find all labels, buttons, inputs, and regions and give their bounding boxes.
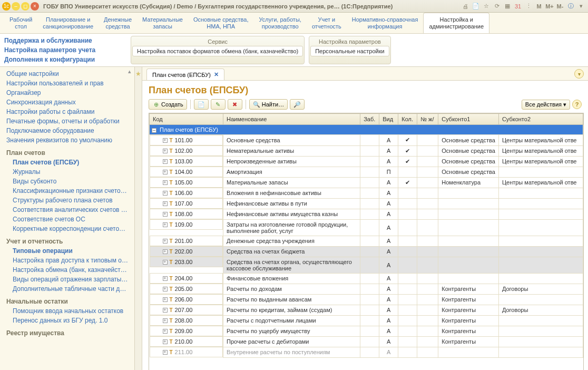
minimize-icon[interactable]: – bbox=[12, 2, 20, 11]
expand-icon[interactable]: + bbox=[163, 308, 168, 313]
sidebar-item[interactable]: Типовые операции bbox=[6, 246, 134, 256]
maximize-icon[interactable]: ◻ bbox=[21, 2, 30, 11]
table-row[interactable]: + T 204.00Финансовые вложенияА bbox=[150, 273, 583, 284]
nav-tab[interactable]: Материальныезапасы bbox=[137, 13, 188, 33]
column-header[interactable]: Код bbox=[150, 114, 223, 125]
star-icon[interactable]: ☆ bbox=[482, 2, 491, 11]
column-header[interactable]: Субконто2 bbox=[498, 114, 583, 125]
table-row[interactable]: + T 210.00Прочие расчеты с дебиторамиАКо… bbox=[150, 336, 583, 347]
support-link[interactable]: Поддержка и обслуживание bbox=[4, 36, 131, 45]
expand-icon[interactable]: + bbox=[163, 297, 168, 302]
doc-icon[interactable]: 📄 bbox=[471, 2, 481, 11]
nav-tab[interactable]: Основные средства,НМА, НПА bbox=[188, 13, 254, 33]
nav-tab[interactable]: Денежныесредства bbox=[99, 13, 137, 33]
scroll-up-icon[interactable]: ▴ bbox=[126, 68, 133, 75]
table-row[interactable]: + T 207.00Расчеты по кредитам, займам (с… bbox=[150, 305, 583, 315]
sidebar-item[interactable]: Классификационные признаки счето… bbox=[6, 186, 134, 196]
nav-tab[interactable]: Услуги, работы,производство bbox=[254, 13, 307, 33]
expand-icon[interactable]: + bbox=[163, 212, 168, 217]
sidebar-item[interactable]: Журналы bbox=[6, 167, 134, 177]
history-icon[interactable]: ⟳ bbox=[492, 2, 502, 11]
sidebar-item[interactable]: Значения реквизитов по умолчанию bbox=[6, 135, 134, 145]
print-icon[interactable]: 🖨 bbox=[460, 2, 470, 11]
m-button[interactable]: M bbox=[534, 2, 544, 11]
table-row[interactable]: + T 102.00Нематериальные активыА✔Основны… bbox=[150, 145, 583, 156]
expand-icon[interactable]: + bbox=[163, 329, 168, 334]
expand-icon[interactable]: + bbox=[163, 339, 168, 344]
ribbon-item[interactable]: Настройка поставок форматов обмена (банк… bbox=[132, 46, 303, 56]
clear-find-button[interactable]: 🔎 bbox=[290, 99, 305, 110]
settings-link[interactable]: Настройка параметров учета bbox=[4, 45, 131, 55]
sidebar-item[interactable]: Корректные корреспонденции счетов… bbox=[6, 224, 134, 233]
table-row[interactable]: + T 203.00Средства на счетах органа, осу… bbox=[150, 257, 583, 273]
sidebar-item[interactable]: Перенос данных из БГУ ред. 1.0 bbox=[6, 316, 134, 325]
star-icon[interactable]: ★ bbox=[135, 67, 142, 77]
sidebar-item[interactable]: Подключаемое оборудование bbox=[6, 126, 134, 135]
dropdown-icon[interactable]: ▾ bbox=[576, 2, 586, 11]
column-header[interactable]: Вид bbox=[379, 114, 398, 125]
expand-icon[interactable]: + bbox=[163, 260, 168, 265]
expand-icon[interactable]: + bbox=[163, 222, 168, 227]
expand-icon[interactable]: + bbox=[163, 318, 168, 323]
sidebar-item[interactable]: Настройки пользователей и прав bbox=[6, 79, 134, 88]
table-row[interactable]: + T 206.00Расчеты по выданным авансамАКо… bbox=[150, 294, 583, 305]
sidebar-item[interactable]: Помощник ввода начальных остатков bbox=[6, 306, 134, 316]
table-row[interactable]: + T 201.00Денежные средства учрежденияА bbox=[150, 236, 583, 246]
sidebar-item[interactable]: Соответствие счетов ОС bbox=[6, 215, 134, 224]
expand-icon[interactable]: + bbox=[163, 249, 168, 254]
more-icon[interactable]: ⋮ bbox=[524, 2, 533, 11]
expand-icon[interactable]: + bbox=[163, 287, 168, 291]
nav-tab[interactable]: Нормативно-справочнаяинформация bbox=[347, 13, 424, 33]
sidebar-item[interactable]: Виды операций отражения зарплаты … bbox=[6, 275, 134, 284]
table-row[interactable]: + T 105.00Материальные запасыА✔Номенклат… bbox=[150, 177, 583, 188]
sidebar-item[interactable]: План счетов (ЕПСБУ) bbox=[6, 158, 134, 167]
table-row[interactable]: + T 104.00АмортизацияПОсновные средства bbox=[150, 167, 583, 177]
tab-close-icon[interactable]: ✕ bbox=[214, 71, 219, 78]
sidebar-item[interactable]: Печатные формы, отчеты и обработки bbox=[6, 116, 134, 126]
ribbon-item[interactable]: Персональные настройки bbox=[310, 46, 389, 56]
sidebar-item[interactable]: Органайзер bbox=[6, 88, 134, 98]
nav-tab[interactable]: Настройка иадминистрирование bbox=[423, 13, 489, 33]
sidebar-item[interactable]: Виды субконто bbox=[6, 177, 134, 186]
table-row[interactable]: + T 109.00Затраты на изготовление готово… bbox=[150, 219, 583, 236]
column-header[interactable]: № ж/ bbox=[417, 114, 438, 125]
grid[interactable]: КодНаименованиеЗаб.ВидКол.№ ж/Субконто1С… bbox=[149, 113, 584, 370]
content-tab[interactable]: План счетов (ЕПСБУ) ✕ bbox=[146, 69, 224, 80]
column-header[interactable]: Кол. bbox=[398, 114, 417, 125]
expand-icon[interactable]: + bbox=[163, 159, 168, 164]
table-row[interactable]: + T 202.00Средства на счетах бюджетаА bbox=[150, 246, 583, 257]
expand-icon[interactable]: + bbox=[163, 170, 168, 174]
expand-icon[interactable]: + bbox=[163, 149, 168, 153]
nav-tab[interactable]: Учет иотчетность bbox=[307, 13, 347, 33]
table-row[interactable]: + T 108.00Нефинансовые активы имущества … bbox=[150, 209, 583, 219]
addons-link[interactable]: Дополнения к конфигурации bbox=[4, 55, 131, 64]
table-row-root[interactable]: – План счетов (ЕПСБУ) bbox=[150, 125, 583, 135]
sidebar-item[interactable]: Структуры рабочего плана счетов bbox=[6, 196, 134, 205]
table-row[interactable]: + T 106.00Вложения в нефинансовые активы… bbox=[150, 188, 583, 198]
column-header[interactable]: Заб. bbox=[360, 114, 379, 125]
delete-button[interactable]: ✖ bbox=[228, 99, 242, 110]
table-row[interactable]: + T 107.00Нефинансовые активы в путиА bbox=[150, 198, 583, 209]
expand-icon[interactable]: + bbox=[163, 180, 168, 185]
nav-tab[interactable]: Рабочийстол bbox=[4, 13, 37, 33]
copy-button[interactable]: 📄 bbox=[194, 99, 209, 110]
m-minus-button[interactable]: M- bbox=[555, 2, 565, 11]
expand-icon[interactable]: + bbox=[163, 276, 168, 281]
info-icon[interactable]: ⓘ bbox=[566, 2, 575, 11]
table-row[interactable]: + T 205.00Расчеты по доходамАКонтрагенты… bbox=[150, 284, 583, 294]
table-row[interactable]: + T 208.00Расчеты с подотчетными лицамиА… bbox=[150, 315, 583, 326]
edit-button[interactable]: ✎ bbox=[211, 99, 226, 110]
expand-icon[interactable]: + bbox=[163, 239, 168, 244]
sidebar-item[interactable]: Соответствия аналитических счетов … bbox=[6, 205, 134, 215]
all-actions-button[interactable]: Все действия ▾ bbox=[522, 100, 570, 110]
expand-icon[interactable]: + bbox=[163, 201, 168, 206]
column-header[interactable]: Субконто1 bbox=[438, 114, 499, 125]
expand-icon[interactable]: ▾ bbox=[574, 69, 584, 79]
column-header[interactable]: Наименование bbox=[223, 114, 360, 125]
table-row[interactable]: + T 101.00Основные средстваА✔Основные ср… bbox=[150, 135, 583, 146]
create-button[interactable]: ⊕ Создать bbox=[149, 99, 187, 110]
table-row[interactable]: + T 209.00Расчеты по ущербу имуществуАКо… bbox=[150, 326, 583, 336]
calendar-icon[interactable]: 31 bbox=[513, 2, 523, 11]
expand-icon[interactable]: + bbox=[163, 138, 168, 143]
sidebar-item[interactable]: Настройки работы с файлами bbox=[6, 107, 134, 116]
